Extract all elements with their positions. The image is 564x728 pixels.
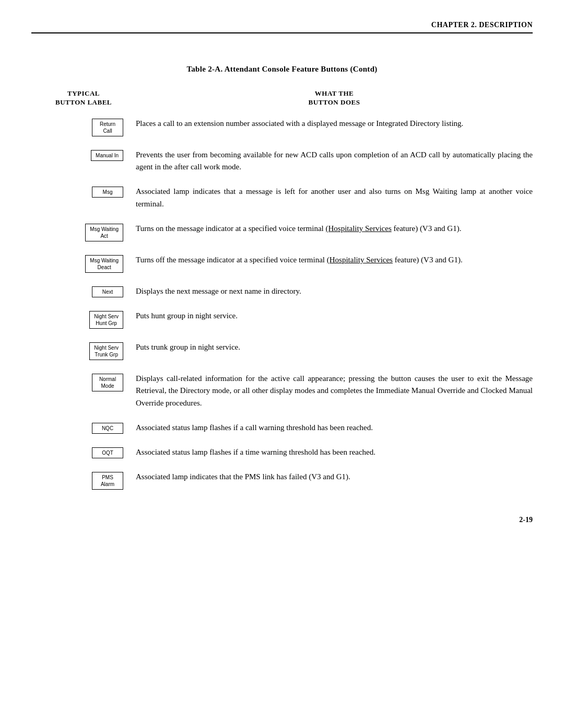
hospitality-services-link: (Hospitality Services: [327, 256, 393, 264]
table-row: Msg WaitingDeactTurns off the message in…: [31, 254, 533, 273]
button-label: NQC: [92, 423, 123, 434]
table-title: Table 2-A. Attendant Console Feature But…: [31, 65, 533, 74]
desc-text: Prevents the user from becoming availabl…: [136, 151, 533, 171]
table-column-headers: TYPICAL BUTTON LABEL WHAT THE BUTTON DOE…: [31, 89, 533, 109]
page-number-text: 2-19: [519, 516, 533, 524]
desc-text: feature) (V3 and G1).: [392, 224, 462, 233]
button-cell: Msg WaitingDeact: [31, 254, 136, 273]
table-row: Manual InPrevents the user from becoming…: [31, 149, 533, 174]
button-label: Msg: [92, 187, 123, 198]
button-cell: NQC: [31, 422, 136, 434]
button-cell: Next: [31, 285, 136, 297]
desc-text: Associated status lamp flashes if a call…: [136, 423, 373, 432]
desc-cell: Prevents the user from becoming availabl…: [136, 149, 533, 174]
desc-cell: Puts trunk group in night service.: [136, 341, 533, 353]
button-label: Night ServHunt Grp: [89, 311, 123, 329]
desc-cell: Displays call-related information for th…: [136, 373, 533, 409]
button-cell: Msg WaitingAct: [31, 223, 136, 241]
button-cell: NormalMode: [31, 373, 136, 391]
button-cell: ReturnCall: [31, 118, 136, 136]
col1-line2: BUTTON LABEL: [31, 98, 136, 107]
col2-line2: BUTTON DOES: [136, 98, 533, 107]
button-cell: Night ServTrunk Grp: [31, 341, 136, 360]
button-label: PMSAlarm: [92, 472, 123, 490]
button-label: Msg WaitingDeact: [85, 255, 123, 273]
desc-text: Displays the next message or next name i…: [136, 287, 301, 295]
button-label: NormalMode: [92, 374, 123, 391]
table-row: OQTAssociated status lamp flashes if a t…: [31, 446, 533, 458]
table-row: NQCAssociated status lamp flashes if a c…: [31, 422, 533, 434]
desc-cell: Associated lamp indicates that a message…: [136, 186, 533, 210]
table-body: ReturnCallPlaces a call to an extension …: [31, 118, 533, 490]
table-title-text: Table 2-A. Attendant Console Feature But…: [186, 65, 377, 73]
desc-text: Turns on the message indicator at a spec…: [136, 224, 326, 233]
table-row: Msg WaitingActTurns on the message indic…: [31, 223, 533, 241]
button-cell: Msg: [31, 186, 136, 198]
desc-text: Associated status lamp flashes if a time…: [136, 448, 375, 456]
desc-text: Puts trunk group in night service.: [136, 343, 240, 351]
button-cell: PMSAlarm: [31, 471, 136, 490]
table-row: Night ServHunt GrpPuts hunt group in nig…: [31, 310, 533, 329]
desc-cell: Associated lamp indicates that the PMS l…: [136, 471, 533, 483]
desc-cell: Turns off the message indicator at a spe…: [136, 254, 533, 266]
desc-text: Associated lamp indicates that a message…: [136, 187, 533, 207]
desc-text: Places a call to an extension number ass…: [136, 119, 463, 128]
desc-text: feature) (V3 and G1).: [393, 256, 463, 264]
desc-cell: Displays the next message or next name i…: [136, 285, 533, 297]
table-row: NextDisplays the next message or next na…: [31, 285, 533, 297]
table-row: NormalModeDisplays call-related informat…: [31, 373, 533, 409]
button-cell: Night ServHunt Grp: [31, 310, 136, 329]
desc-cell: Turns on the message indicator at a spec…: [136, 223, 533, 235]
col2-line1: WHAT THE: [136, 89, 533, 98]
button-label: Night ServTrunk Grp: [89, 342, 123, 360]
col-desc-label: WHAT THE BUTTON DOES: [136, 89, 533, 107]
desc-cell: Puts hunt group in night service.: [136, 310, 533, 322]
desc-text: Associated lamp indicates that the PMS l…: [136, 472, 350, 481]
button-cell: Manual In: [31, 149, 136, 161]
table-row: Night ServTrunk GrpPuts trunk group in n…: [31, 341, 533, 360]
col-button-label: TYPICAL BUTTON LABEL: [31, 89, 136, 107]
chapter-header: CHAPTER 2. DESCRIPTION: [31, 21, 533, 33]
table-row: PMSAlarmAssociated lamp indicates that t…: [31, 471, 533, 490]
desc-cell: Associated status lamp flashes if a time…: [136, 446, 533, 458]
hospitality-services-link: (Hospitality Services: [326, 224, 392, 233]
table-row: ReturnCallPlaces a call to an extension …: [31, 118, 533, 136]
desc-text: Turns off the message indicator at a spe…: [136, 256, 327, 264]
desc-cell: Associated status lamp flashes if a call…: [136, 422, 533, 434]
button-label: Msg WaitingAct: [85, 224, 123, 241]
table-row: MsgAssociated lamp indicates that a mess…: [31, 186, 533, 210]
button-cell: OQT: [31, 446, 136, 458]
button-label: ReturnCall: [92, 119, 123, 136]
button-label: Manual In: [91, 150, 123, 161]
button-label: OQT: [92, 447, 123, 458]
button-label: Next: [92, 286, 123, 297]
desc-text: Puts hunt group in night service.: [136, 311, 238, 320]
desc-cell: Places a call to an extension number ass…: [136, 118, 533, 130]
chapter-title: CHAPTER 2. DESCRIPTION: [431, 21, 533, 29]
col1-line1: TYPICAL: [31, 89, 136, 98]
page-number: 2-19: [31, 516, 533, 524]
desc-text: Displays call-related information for th…: [136, 374, 533, 407]
